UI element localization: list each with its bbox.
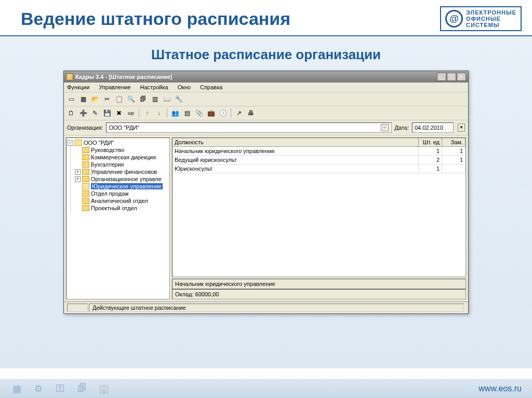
- tree-item-label: Коммерческая дирекция: [91, 154, 156, 160]
- folder-icon: [82, 190, 89, 197]
- cell-sub: 1: [442, 156, 466, 164]
- folder-icon: [82, 198, 89, 204]
- add-icon[interactable]: ➕: [78, 108, 88, 118]
- footer-grid-icon: ▦: [10, 382, 23, 395]
- export-icon[interactable]: ↗: [234, 108, 244, 118]
- separator: [167, 108, 167, 118]
- logo: @ ЭЛЕКТРОННЫЕ ОФИСНЫЕ СИСТЕМЫ: [440, 6, 522, 31]
- clock-icon[interactable]: 🕓: [218, 108, 228, 118]
- folder-open-icon: [75, 140, 82, 146]
- menu-settings[interactable]: Настройка: [139, 84, 169, 91]
- status-text: Действующее штатное расписание: [89, 304, 464, 312]
- tree-item-label: Отдел продаж: [91, 190, 129, 197]
- tree-item[interactable]: Отдел продаж: [75, 190, 168, 197]
- menu-functions[interactable]: Функции: [66, 84, 90, 91]
- print-icon[interactable]: 🖶: [246, 108, 256, 118]
- paste-icon[interactable]: 📋: [114, 94, 124, 104]
- logo-line1: ЭЛЕКТРОННЫЕ: [466, 9, 516, 16]
- footer-key-icon: ⚿: [54, 382, 66, 395]
- col-sub[interactable]: Зам.: [442, 138, 466, 146]
- search-icon[interactable]: 🔍: [126, 94, 136, 104]
- menu-help[interactable]: Справка: [199, 84, 223, 91]
- folder-icon: [82, 183, 89, 189]
- date-dropdown-button[interactable]: ▼: [458, 123, 465, 132]
- separator: [231, 108, 231, 118]
- tree-item-label: Управление финансовов: [91, 169, 157, 175]
- doc-icon[interactable]: 🗐: [138, 94, 148, 104]
- minimize-button[interactable]: _: [437, 73, 446, 81]
- toolbar-2: 🗋 ➕ ✎ 💾 ✖ шр ↑ ↓ 👥 ▤ 📎 💼 🕓 ↗ 🖶: [64, 106, 468, 120]
- menubar: Функции Управление Настройка Окно Справк…: [64, 83, 468, 92]
- book-icon[interactable]: 📖: [162, 94, 172, 104]
- save-icon[interactable]: 💾: [102, 108, 112, 118]
- tree-root-label: ООО "РДИ": [84, 140, 114, 146]
- card-icon[interactable]: ▭: [66, 94, 76, 104]
- tree-item[interactable]: Коммерческая дирекция: [75, 154, 168, 161]
- col-position[interactable]: Должность: [172, 138, 419, 146]
- folder-icon: [82, 147, 89, 153]
- date-label: Дата:: [395, 125, 409, 131]
- up-arrow-icon[interactable]: ↑: [142, 108, 152, 118]
- positions-grid[interactable]: Должность Шт. ед Зам. Начальник юридичес…: [172, 138, 466, 277]
- org-value: ООО "РДИ": [109, 125, 139, 131]
- detail-salary: Оклад: 60000,00: [172, 289, 466, 299]
- tree-item-label: Проектный отдел: [91, 205, 137, 211]
- tree-item[interactable]: Аналитический отдел: [75, 197, 168, 204]
- cell-sub: 1: [442, 147, 466, 155]
- calendar-icon[interactable]: ▥: [150, 94, 160, 104]
- people-icon[interactable]: 👥: [170, 108, 180, 118]
- folder-icon: [82, 154, 89, 160]
- down-arrow-icon[interactable]: ↓: [154, 108, 164, 118]
- tool-icon[interactable]: 🔧: [174, 94, 184, 104]
- tree-item[interactable]: Юридическое управление: [75, 183, 168, 190]
- table-row[interactable]: Ведущий юрисконсульт21: [172, 156, 466, 164]
- cut-icon[interactable]: ✂: [102, 94, 112, 104]
- app-icon: K: [66, 73, 73, 80]
- cell-count: 1: [419, 147, 442, 155]
- open-icon[interactable]: 📂: [90, 94, 100, 104]
- tree-item[interactable]: +Организационное управле: [75, 175, 168, 183]
- tree-root[interactable]: − ООО "РДИ": [68, 139, 168, 146]
- col-count[interactable]: Шт. ед: [419, 138, 442, 146]
- folder-icon: [82, 205, 89, 211]
- tree-item[interactable]: +Управление финансовов: [75, 168, 168, 175]
- menu-window[interactable]: Окно: [177, 84, 192, 91]
- grid-icon[interactable]: ▦: [78, 94, 88, 104]
- cell-count: 2: [419, 156, 442, 164]
- slide-subtitle: Штатное расписание организации: [26, 47, 506, 63]
- tree-item[interactable]: Руководство: [75, 146, 168, 154]
- cell-position: Ведущий юрисконсульт: [172, 156, 419, 164]
- tree-item-label: Бухгалтерия: [91, 161, 124, 168]
- org-tree[interactable]: − ООО "РДИ" РуководствоКоммерческая дире…: [66, 138, 170, 299]
- folder-icon: [82, 176, 89, 182]
- tree-item[interactable]: Проектный отдел: [75, 204, 168, 212]
- tree-item[interactable]: Бухгалтерия: [75, 161, 168, 168]
- expand-icon[interactable]: +: [75, 176, 81, 182]
- new-icon[interactable]: 🗋: [66, 108, 76, 118]
- expand-icon[interactable]: +: [75, 169, 81, 175]
- status-cell-1: [67, 304, 88, 312]
- report-icon[interactable]: ▤: [182, 108, 192, 118]
- attach-icon[interactable]: 📎: [194, 108, 204, 118]
- menu-management[interactable]: Управление: [98, 84, 131, 91]
- app-window: K Кадры 3.4 - [Штатное расписание] _ □ ✕…: [63, 71, 469, 314]
- tree-item-label: Аналитический отдел: [91, 198, 148, 204]
- date-input[interactable]: 04.02.2010: [412, 122, 454, 133]
- titlebar[interactable]: K Кадры 3.4 - [Штатное расписание] _ □ ✕: [64, 71, 468, 83]
- org-lookup-button[interactable]: ···: [381, 124, 389, 131]
- briefcase-icon[interactable]: 💼: [206, 108, 216, 118]
- detail-position: Начальник юридического управления: [172, 279, 466, 289]
- maximize-button[interactable]: □: [447, 73, 456, 81]
- collapse-icon[interactable]: −: [68, 140, 73, 146]
- tree-item-label: Юридическое управление: [91, 183, 163, 189]
- edit-icon[interactable]: ✎: [90, 108, 100, 118]
- table-row[interactable]: Юрисконсульт1: [172, 164, 466, 173]
- text-icon[interactable]: шр: [126, 108, 136, 118]
- table-row[interactable]: Начальник юридического управления11: [172, 147, 466, 156]
- org-input[interactable]: ООО "РДИ" ···: [106, 122, 391, 133]
- close-button[interactable]: ✕: [457, 73, 466, 81]
- footer-building-icon: 🏢: [98, 382, 110, 395]
- footer-url: www.eos.ru: [478, 384, 522, 393]
- delete-icon[interactable]: ✖: [114, 108, 124, 118]
- footer-flow-icon: ⚙: [32, 382, 45, 395]
